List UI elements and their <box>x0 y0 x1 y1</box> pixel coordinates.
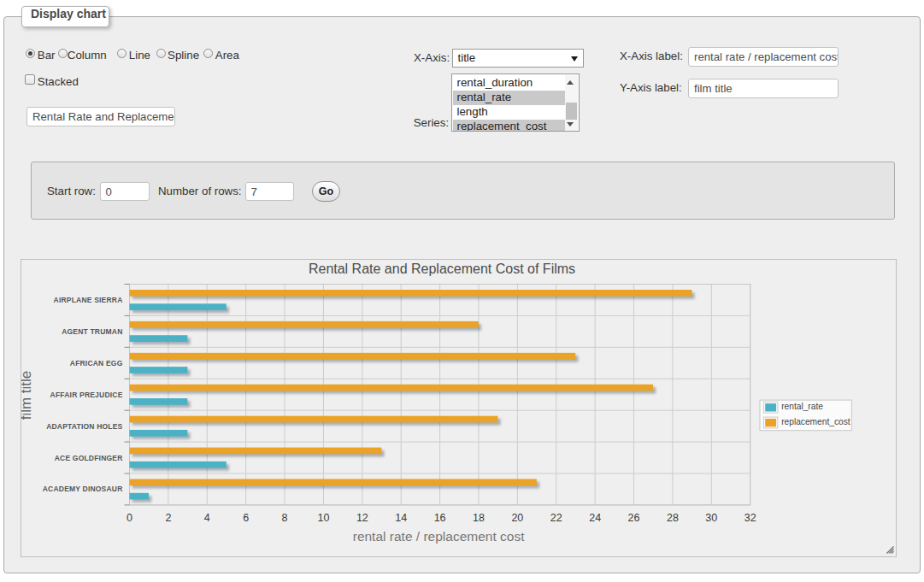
svg-text:6: 6 <box>243 511 249 523</box>
svg-text:32: 32 <box>744 511 756 523</box>
svg-text:26: 26 <box>628 511 640 523</box>
svg-text:20: 20 <box>511 511 523 523</box>
svg-text:rental_rate: rental_rate <box>781 402 823 411</box>
svg-text:28: 28 <box>667 511 679 523</box>
svg-text:18: 18 <box>473 511 485 523</box>
svg-text:ADAPTATION HOLES: ADAPTATION HOLES <box>46 421 122 430</box>
svg-text:AIRPLANE SIERRA: AIRPLANE SIERRA <box>54 295 123 303</box>
svg-text:film title: film title <box>21 370 34 420</box>
svg-text:14: 14 <box>395 511 407 523</box>
svg-text:AFRICAN EGG: AFRICAN EGG <box>70 358 123 367</box>
svg-text:AGENT TRUMAN: AGENT TRUMAN <box>62 326 122 335</box>
svg-text:12: 12 <box>356 511 368 523</box>
svg-text:AFFAIR PREJUDICE: AFFAIR PREJUDICE <box>50 390 123 398</box>
svg-text:30: 30 <box>705 511 717 523</box>
svg-text:16: 16 <box>434 511 446 523</box>
svg-text:replacement_cost: replacement_cost <box>781 417 850 426</box>
svg-text:ACADEMY DINOSAUR: ACADEMY DINOSAUR <box>43 485 123 493</box>
svg-text:ACE GOLDFINGER: ACE GOLDFINGER <box>55 453 123 461</box>
svg-text:2: 2 <box>165 511 171 523</box>
svg-text:rental rate / replacement cost: rental rate / replacement cost <box>353 529 525 544</box>
svg-text:24: 24 <box>589 511 601 523</box>
svg-text:4: 4 <box>204 511 210 523</box>
svg-text:8: 8 <box>282 511 288 523</box>
svg-text:Rental Rate and Replacement Co: Rental Rate and Replacement Cost of Film… <box>309 261 575 275</box>
svg-text:22: 22 <box>550 511 562 523</box>
svg-text:10: 10 <box>317 511 329 523</box>
svg-text:0: 0 <box>127 511 132 523</box>
